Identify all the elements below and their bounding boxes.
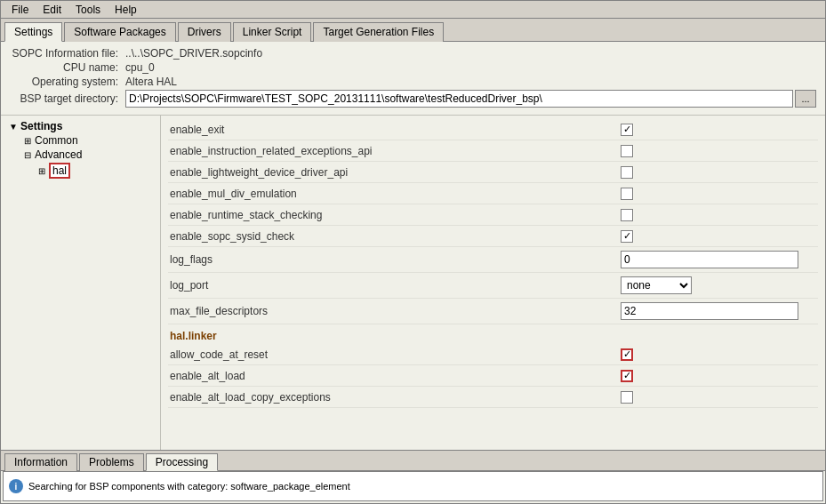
tree-advanced[interactable]: ⊟ Advanced: [19, 148, 156, 162]
checkbox-allow-code-at-reset[interactable]: [621, 348, 633, 361]
menu-tools[interactable]: Tools: [68, 3, 108, 17]
checkbox-enable-sopc-sysid[interactable]: [621, 230, 633, 243]
bsp-row: BSP target directory: ...: [10, 90, 816, 108]
status-text: Searching for BSP components with catego…: [28, 481, 350, 492]
setting-row-allow-code-at-reset: allow_code_at_reset: [168, 344, 818, 365]
checkbox-enable-exit[interactable]: [621, 124, 633, 136]
checkbox-enable-lightweight[interactable]: [621, 166, 633, 179]
bsp-browse-button[interactable]: ...: [795, 90, 816, 108]
hal-linker-header: hal.linker: [168, 324, 818, 344]
checkbox-enable-alt-load-copy-exceptions[interactable]: [621, 391, 633, 404]
input-log-flags[interactable]: [621, 251, 798, 268]
sopc-value: ..\..\SOPC_DRIVER.sopcinfo: [125, 47, 262, 60]
setting-row-enable-mul-div: enable_mul_div_emulation: [168, 183, 818, 204]
checkbox-enable-runtime[interactable]: [621, 209, 633, 221]
cpu-label: CPU name:: [10, 61, 125, 74]
setting-name-enable-instruction: enable_instruction_related_exceptions_ap…: [170, 145, 621, 157]
os-row: Operating system: Altera HAL: [10, 76, 816, 88]
tab-software-packages[interactable]: Software Packages: [64, 22, 175, 42]
cpu-value: cpu_0: [125, 61, 155, 74]
setting-name-max-file-descriptors: max_file_descriptors: [170, 305, 621, 317]
menu-help[interactable]: Help: [108, 3, 144, 17]
setting-control-log-port: none uart_0 jtag_uart: [621, 276, 816, 294]
tree-expander-hal: ⊞: [35, 166, 49, 176]
tab-drivers[interactable]: Drivers: [178, 22, 231, 42]
status-icon: i: [9, 479, 23, 493]
checkbox-enable-mul-div[interactable]: [621, 188, 633, 200]
bottom-panel: Information Problems Processing i Search…: [1, 450, 825, 503]
setting-row-log-port: log_port none uart_0 jtag_uart: [168, 273, 818, 299]
top-tabbar: Settings Software Packages Drivers Linke…: [1, 19, 825, 42]
tree-settings-root[interactable]: ▼ Settings: [4, 119, 156, 133]
main-content: ▼ Settings ⊞ Common ⊟ Advanced ⊞ hal ena…: [1, 116, 825, 450]
setting-name-enable-exit: enable_exit: [170, 124, 621, 136]
tree-common-label: Common: [35, 134, 78, 147]
tab-linker-script[interactable]: Linker Script: [233, 22, 312, 42]
setting-name-log-flags: log_flags: [170, 253, 621, 266]
setting-control-enable-alt-load: [621, 370, 816, 382]
sopc-label: SOPC Information file:: [10, 47, 125, 60]
setting-name-log-port: log_port: [170, 279, 621, 292]
setting-name-enable-sopc-sysid: enable_sopc_sysid_check: [170, 230, 621, 243]
settings-panel: enable_exit enable_instruction_related_e…: [161, 116, 825, 450]
setting-control-enable-sopc-sysid: [621, 230, 816, 243]
setting-control-log-flags: [621, 251, 816, 268]
setting-control-enable-exit: [621, 124, 816, 136]
setting-row-enable-exit: enable_exit: [168, 119, 818, 140]
tree-expander-settings: ▼: [6, 122, 20, 132]
tab-settings[interactable]: Settings: [4, 22, 62, 42]
tree-expander-common: ⊞: [20, 136, 35, 146]
setting-row-enable-alt-load-copy-exceptions: enable_alt_load_copy_exceptions: [168, 387, 818, 408]
menu-file[interactable]: File: [4, 3, 36, 17]
tree-settings-label: Settings: [20, 120, 62, 132]
setting-row-log-flags: log_flags: [168, 247, 818, 273]
setting-name-enable-alt-load: enable_alt_load: [170, 370, 621, 382]
tree-hal-label: hal: [49, 163, 70, 179]
select-log-port[interactable]: none uart_0 jtag_uart: [621, 276, 692, 294]
checkbox-enable-alt-load[interactable]: [621, 370, 633, 382]
setting-control-enable-instruction: [621, 145, 816, 157]
tab-target-generation[interactable]: Target Generation Files: [313, 22, 444, 42]
tab-problems[interactable]: Problems: [79, 453, 144, 471]
os-label: Operating system:: [10, 76, 125, 88]
checkbox-enable-instruction[interactable]: [621, 145, 633, 157]
setting-row-enable-runtime: enable_runtime_stack_checking: [168, 204, 818, 226]
setting-control-enable-runtime: [621, 209, 816, 221]
setting-name-enable-alt-load-copy-exceptions: enable_alt_load_copy_exceptions: [170, 391, 621, 404]
tab-information[interactable]: Information: [4, 453, 77, 471]
setting-row-enable-lightweight: enable_lightweight_device_driver_api: [168, 162, 818, 183]
cpu-row: CPU name: cpu_0: [10, 61, 816, 74]
setting-control-enable-alt-load-copy-exceptions: [621, 391, 816, 404]
os-value: Altera HAL: [125, 76, 177, 88]
menubar: File Edit Tools Help: [1, 1, 825, 19]
input-max-file-descriptors[interactable]: [621, 302, 798, 320]
setting-control-max-file-descriptors: [621, 302, 816, 320]
setting-row-max-file-descriptors: max_file_descriptors: [168, 299, 818, 324]
tree-advanced-label: Advanced: [35, 148, 82, 161]
setting-row-enable-instruction: enable_instruction_related_exceptions_ap…: [168, 140, 818, 162]
bottom-tabbar: Information Problems Processing: [1, 451, 825, 471]
tree-hal[interactable]: ⊞ hal: [33, 162, 156, 180]
sopc-row: SOPC Information file: ..\..\SOPC_DRIVER…: [10, 47, 816, 60]
setting-row-enable-sopc-sysid: enable_sopc_sysid_check: [168, 226, 818, 247]
setting-control-enable-mul-div: [621, 188, 816, 200]
setting-row-enable-alt-load: enable_alt_load: [168, 365, 818, 387]
setting-control-enable-lightweight: [621, 166, 816, 179]
setting-name-allow-code-at-reset: allow_code_at_reset: [170, 348, 621, 361]
tree-common[interactable]: ⊞ Common: [19, 133, 156, 148]
info-section: SOPC Information file: ..\..\SOPC_DRIVER…: [1, 42, 825, 116]
tree-expander-advanced: ⊟: [20, 150, 35, 160]
setting-name-enable-mul-div: enable_mul_div_emulation: [170, 188, 621, 200]
setting-name-enable-lightweight: enable_lightweight_device_driver_api: [170, 166, 621, 179]
tree-panel: ▼ Settings ⊞ Common ⊟ Advanced ⊞ hal: [1, 116, 161, 450]
main-window: File Edit Tools Help Settings Software P…: [0, 0, 826, 504]
setting-control-allow-code-at-reset: [621, 348, 816, 361]
setting-name-enable-runtime: enable_runtime_stack_checking: [170, 209, 621, 221]
bsp-label: BSP target directory:: [10, 92, 125, 105]
bottom-content: i Searching for BSP components with cate…: [3, 471, 823, 501]
tab-processing[interactable]: Processing: [146, 453, 218, 471]
bsp-input[interactable]: [125, 90, 793, 108]
menu-edit[interactable]: Edit: [36, 3, 68, 17]
